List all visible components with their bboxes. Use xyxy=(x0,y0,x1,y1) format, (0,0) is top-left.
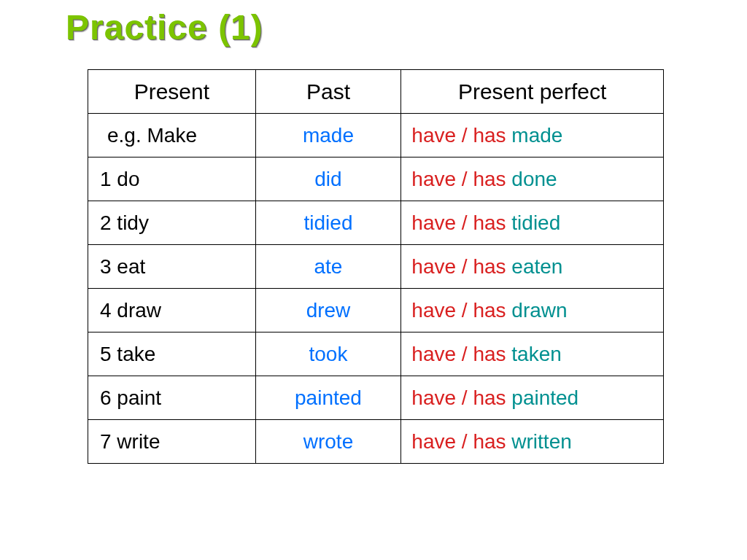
present-cell: 5 take xyxy=(88,332,256,376)
perfect-cell: have / has tidied xyxy=(401,201,664,245)
table-row: 6 paint painted have / has painted xyxy=(88,376,664,420)
past-cell: did xyxy=(255,158,401,201)
perfect-participle: eaten xyxy=(511,255,562,278)
perfect-participle: taken xyxy=(511,343,562,365)
table-header-row: Present Past Present perfect xyxy=(88,70,664,114)
past-cell: made xyxy=(255,114,401,158)
present-cell: 3 eat xyxy=(88,245,256,289)
perfect-participle: made xyxy=(511,124,562,147)
table-row: 4 draw drew have / has drawn xyxy=(88,289,664,332)
perfect-participle: drawn xyxy=(511,299,567,322)
present-cell: 2 tidy xyxy=(88,201,256,245)
table-row: 7 write wrote have / has written xyxy=(88,420,664,464)
page-title: Practice (1) xyxy=(66,7,747,47)
perfect-cell: have / has written xyxy=(401,420,664,464)
perfect-cell: have / has taken xyxy=(401,332,664,376)
header-past: Past xyxy=(255,70,401,114)
verb-table: Present Past Present perfect e.g. Make m… xyxy=(88,69,664,464)
perfect-participle: done xyxy=(511,168,557,190)
past-cell: ate xyxy=(255,245,401,289)
perfect-cell: have / has eaten xyxy=(401,245,664,289)
table-row: e.g. Make made have / has made xyxy=(88,114,664,158)
perfect-prefix: have / has xyxy=(411,386,511,409)
table-row: 2 tidy tidied have / has tidied xyxy=(88,201,664,245)
slide: Practice (1) Present Past Present perfec… xyxy=(0,0,747,560)
perfect-participle: painted xyxy=(511,386,578,409)
perfect-prefix: have / has xyxy=(411,124,511,147)
perfect-prefix: have / has xyxy=(411,255,511,278)
table-row: 1 do did have / has done xyxy=(88,158,664,201)
perfect-cell: have / has drawn xyxy=(401,289,664,332)
perfect-cell: have / has done xyxy=(401,158,664,201)
perfect-prefix: have / has xyxy=(411,430,511,453)
past-cell: tidied xyxy=(255,201,401,245)
perfect-prefix: have / has xyxy=(411,168,511,190)
header-present: Present xyxy=(88,70,256,114)
perfect-prefix: have / has xyxy=(411,343,511,365)
perfect-cell: have / has painted xyxy=(401,376,664,420)
present-cell: 6 paint xyxy=(88,376,256,420)
past-cell: painted xyxy=(255,376,401,420)
present-cell: e.g. Make xyxy=(88,114,256,158)
header-perfect: Present perfect xyxy=(401,70,664,114)
perfect-prefix: have / has xyxy=(411,299,511,322)
present-cell: 4 draw xyxy=(88,289,256,332)
perfect-prefix: have / has xyxy=(411,211,511,234)
present-cell: 7 write xyxy=(88,420,256,464)
past-cell: drew xyxy=(255,289,401,332)
perfect-participle: written xyxy=(511,430,571,453)
past-cell: took xyxy=(255,332,401,376)
past-cell: wrote xyxy=(255,420,401,464)
table-row: 5 take took have / has taken xyxy=(88,332,664,376)
perfect-cell: have / has made xyxy=(401,114,664,158)
table-row: 3 eat ate have / has eaten xyxy=(88,245,664,289)
present-cell: 1 do xyxy=(88,158,256,201)
perfect-participle: tidied xyxy=(511,211,560,234)
